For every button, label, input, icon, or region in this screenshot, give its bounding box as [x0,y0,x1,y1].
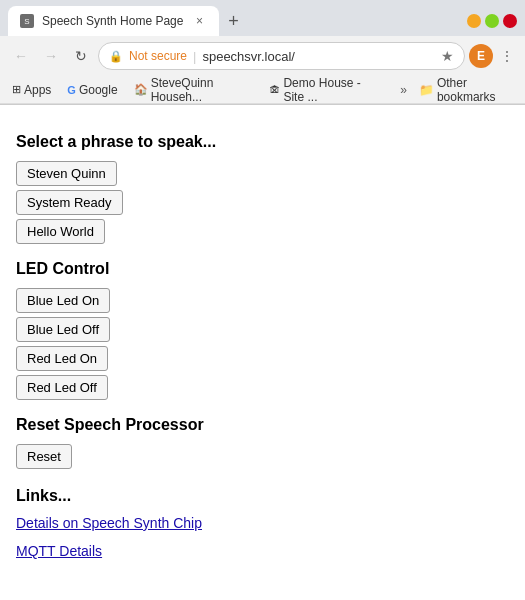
links-title: Links... [16,487,509,505]
reset-button[interactable]: Reset [16,444,72,469]
bookmark-google-label: Google [79,83,118,97]
phrases-section: Select a phrase to speak... Steven Quinn… [16,133,509,244]
other-bookmarks-button[interactable]: 📁 Other bookmarks [419,76,517,104]
google-icon: G [67,84,76,96]
links-section: Links... Details on Speech Synth Chip MQ… [16,487,509,559]
system-ready-button[interactable]: System Ready [16,190,123,215]
minimize-button[interactable] [467,14,481,28]
bookmark-demohouse[interactable]: 🏚 Demo House - Site ... [265,74,388,106]
title-bar: S Speech Synth Home Page × + [0,0,525,36]
tab-title: Speech Synth Home Page [42,14,183,28]
led-button-group: Blue Led On Blue Led Off Red Led On Red … [16,288,509,400]
mqtt-details-link[interactable]: MQTT Details [16,543,509,559]
close-window-button[interactable] [503,14,517,28]
blue-led-on-button[interactable]: Blue Led On [16,288,110,313]
blue-led-off-button[interactable]: Blue Led Off [16,317,110,342]
new-tab-button[interactable]: + [219,7,247,35]
other-bookmarks-label: Other bookmarks [437,76,517,104]
apps-icon: ⊞ [12,83,21,96]
bookmark-google[interactable]: G Google [63,81,121,99]
demohouse-icon: 🏚 [269,84,280,96]
lock-icon: 🔒 [109,50,123,63]
forward-button[interactable]: → [38,43,64,69]
reset-section: Reset Speech Processor Reset [16,416,509,469]
led-section: LED Control Blue Led On Blue Led Off Red… [16,260,509,400]
stevequinn-icon: 🏠 [134,83,148,96]
tab-favicon: S [20,14,34,28]
bookmark-stevequinn-label: SteveQuinn Househ... [151,76,254,104]
url-divider: | [193,49,196,64]
reset-title: Reset Speech Processor [16,416,509,434]
red-led-on-button[interactable]: Red Led On [16,346,108,371]
steven-quinn-button[interactable]: Steven Quinn [16,161,117,186]
address-bar[interactable]: 🔒 Not secure | speechsvr.local/ ★ [98,42,465,70]
browser-chrome: S Speech Synth Home Page × + ← → ↻ 🔒 Not… [0,0,525,105]
hello-world-button[interactable]: Hello World [16,219,105,244]
other-bookmarks-icon: 📁 [419,83,434,97]
bookmark-stevequinn[interactable]: 🏠 SteveQuinn Househ... [130,74,258,106]
bookmark-star-icon[interactable]: ★ [441,48,454,64]
bookmarks-bar: ⊞ Apps G Google 🏠 SteveQuinn Househ... 🏚… [0,76,525,104]
led-title: LED Control [16,260,509,278]
bookmark-demohouse-label: Demo House - Site ... [283,76,384,104]
more-bookmarks-button[interactable]: » [396,81,411,99]
extensions-icon[interactable]: ⋮ [497,46,517,66]
browser-tab[interactable]: S Speech Synth Home Page × [8,6,219,36]
red-led-off-button[interactable]: Red Led Off [16,375,108,400]
window-controls [467,14,517,28]
bookmark-apps-label: Apps [24,83,51,97]
tab-close-button[interactable]: × [191,13,207,29]
not-secure-label: Not secure [129,49,187,63]
back-button[interactable]: ← [8,43,34,69]
maximize-button[interactable] [485,14,499,28]
speech-synth-chip-link[interactable]: Details on Speech Synth Chip [16,515,509,531]
page-content: Select a phrase to speak... Steven Quinn… [0,105,525,587]
nav-bar: ← → ↻ 🔒 Not secure | speechsvr.local/ ★ … [0,36,525,76]
refresh-button[interactable]: ↻ [68,43,94,69]
phrases-title: Select a phrase to speak... [16,133,509,151]
bookmark-apps[interactable]: ⊞ Apps [8,81,55,99]
phrases-button-group: Steven Quinn System Ready Hello World [16,161,509,244]
url-text: speechsvr.local/ [202,49,435,64]
profile-icon[interactable]: E [469,44,493,68]
